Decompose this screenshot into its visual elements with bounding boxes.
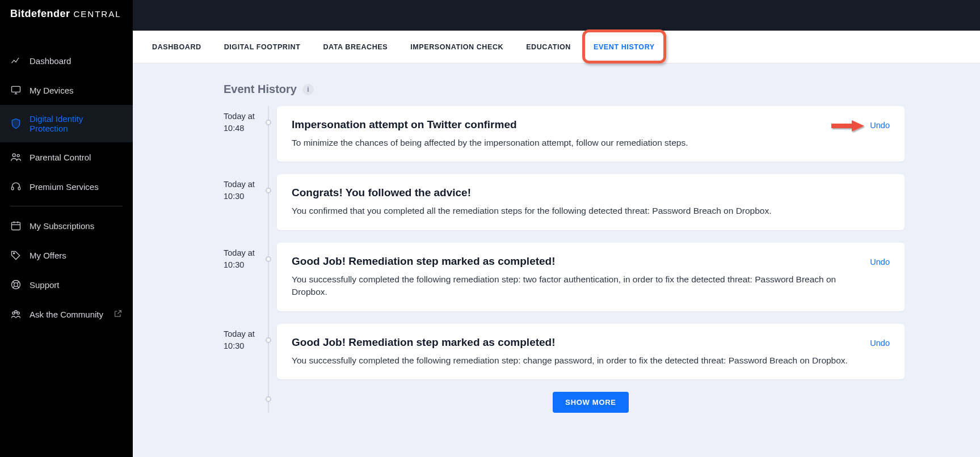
- svg-rect-5: [12, 222, 20, 230]
- svg-point-11: [15, 311, 17, 313]
- event-row: Today at10:30Good Job! Remediation step …: [277, 324, 905, 379]
- sidebar-item-label: Support: [30, 280, 60, 290]
- event-time: Today at10:30: [224, 328, 263, 352]
- lifebuoy-icon: [10, 279, 22, 290]
- event-row: Today at10:30Congrats! You followed the …: [277, 174, 905, 230]
- sidebar-item-lifebuoy[interactable]: Support: [0, 270, 133, 299]
- dashboard-icon: [10, 55, 22, 66]
- external-link-icon: [113, 309, 123, 320]
- event-row: Today at10:48Impersonation attempt on Tw…: [277, 106, 905, 162]
- event-timeline: Today at10:48Impersonation attempt on Tw…: [224, 106, 905, 413]
- event-row: Today at10:30Good Job! Remediation step …: [277, 243, 905, 311]
- event-time: Today at10:30: [224, 247, 263, 271]
- tabs-bar: DASHBOARDDIGITAL FOOTPRINTDATA BREACHESI…: [133, 31, 980, 64]
- svg-point-6: [14, 253, 15, 254]
- tag-icon: [10, 249, 22, 261]
- sidebar-item-monitor[interactable]: My Devices: [0, 75, 133, 105]
- sidebar-item-label: Premium Services: [30, 182, 99, 192]
- sidebar-item-headset[interactable]: Premium Services: [0, 172, 133, 201]
- timeline-dot: [266, 337, 271, 343]
- svg-point-8: [14, 283, 18, 287]
- event-desc: To minimize the chances of being affecte…: [292, 137, 859, 149]
- svg-point-9: [12, 312, 15, 314]
- sidebar-item-community[interactable]: Ask the Community: [0, 299, 133, 329]
- sidebar-item-label: Ask the Community: [30, 310, 103, 319]
- show-more-button[interactable]: SHOW MORE: [553, 392, 628, 413]
- event-time: Today at10:48: [224, 111, 263, 134]
- sidebar-item-label: My Offers: [30, 251, 66, 260]
- tab-education[interactable]: EDUCATION: [523, 39, 574, 56]
- svg-point-10: [17, 312, 19, 314]
- event-title: Congrats! You followed the advice!: [292, 187, 890, 199]
- sidebar-item-people[interactable]: Parental Control: [0, 142, 133, 172]
- sidebar-item-calendar[interactable]: My Subscriptions: [0, 211, 133, 240]
- sidebar-item-label: Dashboard: [30, 56, 71, 66]
- undo-link[interactable]: Undo: [870, 257, 890, 266]
- sidebar-item-tag[interactable]: My Offers: [0, 240, 133, 270]
- brand-sub: CENTRAL: [74, 9, 121, 19]
- sidebar-item-label: Parental Control: [30, 153, 91, 162]
- content-area: Event History i Today at10:48Impersonati…: [133, 64, 980, 457]
- svg-point-2: [17, 154, 19, 156]
- sidebar-item-dashboard[interactable]: Dashboard: [0, 46, 133, 75]
- shield-icon: [10, 118, 22, 129]
- sidebar-nav: DashboardMy DevicesDigital Identity Prot…: [0, 29, 133, 329]
- svg-point-1: [12, 154, 15, 156]
- headset-icon: [10, 181, 22, 192]
- sidebar-item-label: My Devices: [30, 86, 74, 95]
- event-card: Good Job! Remediation step marked as com…: [277, 243, 905, 311]
- event-title: Good Job! Remediation step marked as com…: [292, 255, 859, 268]
- sidebar: Bitdefender CENTRAL DashboardMy DevicesD…: [0, 0, 133, 457]
- tab-digital-footprint[interactable]: DIGITAL FOOTPRINT: [221, 39, 304, 56]
- event-card: Congrats! You followed the advice!You co…: [277, 174, 905, 230]
- event-desc: You successfully completed the following…: [292, 354, 859, 367]
- event-card: Good Job! Remediation step marked as com…: [277, 324, 905, 379]
- sidebar-item-shield[interactable]: Digital Identity Protection: [0, 105, 133, 142]
- info-icon[interactable]: i: [302, 84, 314, 95]
- tab-data-breaches[interactable]: DATA BREACHES: [319, 39, 391, 56]
- event-card: Impersonation attempt on Twitter confirm…: [277, 106, 905, 162]
- undo-link[interactable]: Undo: [870, 338, 890, 348]
- sidebar-item-label: Digital Identity Protection: [30, 114, 123, 133]
- event-title: Impersonation attempt on Twitter confirm…: [292, 119, 859, 131]
- timeline-dot: [266, 396, 271, 402]
- svg-rect-4: [18, 187, 20, 190]
- event-desc: You confirmed that you completed all the…: [292, 205, 890, 217]
- sidebar-item-label: My Subscriptions: [30, 221, 94, 231]
- people-icon: [10, 151, 22, 163]
- tab-dashboard[interactable]: DASHBOARD: [149, 39, 205, 56]
- timeline-dot: [266, 188, 271, 193]
- tab-impersonation-check[interactable]: IMPERSONATION CHECK: [407, 39, 507, 56]
- timeline-dot: [266, 256, 271, 262]
- event-desc: You successfully completed the following…: [292, 273, 859, 299]
- timeline-dot: [266, 120, 271, 125]
- svg-rect-3: [12, 187, 14, 190]
- undo-link[interactable]: Undo: [870, 121, 890, 130]
- monitor-icon: [10, 84, 22, 96]
- show-more-row: SHOW MORE: [277, 392, 905, 413]
- community-icon: [10, 308, 22, 320]
- topbar: [133, 0, 980, 31]
- page-title: Event History: [224, 83, 297, 96]
- event-title: Good Job! Remediation step marked as com…: [292, 336, 859, 349]
- brand-main: Bitdefender: [10, 8, 70, 20]
- nav-divider: [10, 206, 123, 206]
- main: DASHBOARDDIGITAL FOOTPRINTDATA BREACHESI…: [133, 0, 980, 457]
- svg-rect-0: [12, 86, 20, 92]
- tab-event-history[interactable]: EVENT HISTORY: [590, 39, 658, 56]
- page-title-row: Event History i: [224, 83, 905, 96]
- brand-logo: Bitdefender CENTRAL: [0, 0, 133, 29]
- event-time: Today at10:30: [224, 179, 263, 202]
- calendar-icon: [10, 220, 22, 231]
